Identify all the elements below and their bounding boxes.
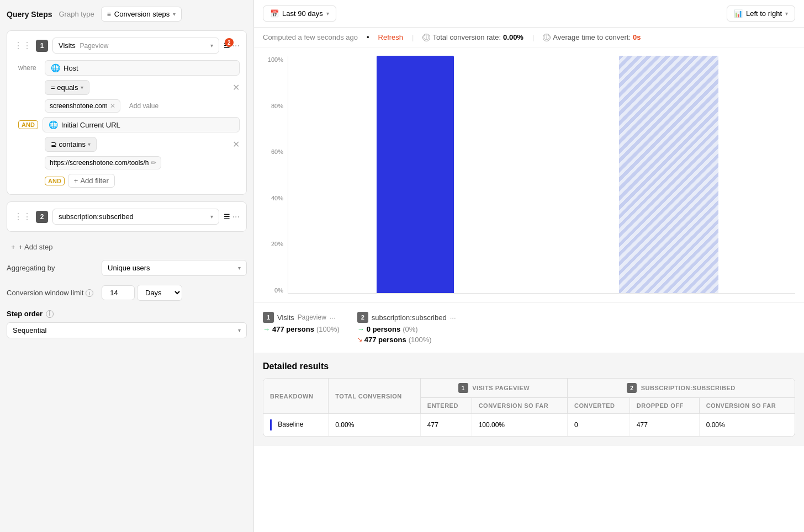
filter-property-host[interactable]: 🌐 Host xyxy=(45,60,240,76)
filter-value-row-1: screenshotone.com ✕ Add value xyxy=(45,99,240,113)
step-2-select[interactable]: subscription:subscribed ▾ xyxy=(52,209,219,225)
step-order-select[interactable]: Sequential ▾ xyxy=(7,322,247,338)
filter-value-remove-1[interactable]: ✕ xyxy=(110,102,115,110)
step-1-header: ⋮⋮ 1 Visits Pageview ▾ ☰ 2 ··· xyxy=(14,38,240,54)
filter-icon-btn-1[interactable]: ☰ 2 xyxy=(224,41,230,50)
right-panel: 📅 Last 90 days ▾ 📊 Left to right ▾ Compu… xyxy=(254,0,804,532)
results-table: BREAKDOWN TOTAL CONVERSION 1 VISITS PAGE… xyxy=(263,378,795,437)
query-steps-title: Query Steps xyxy=(7,10,52,19)
y-label-40: 40% xyxy=(271,195,283,201)
more-btn-1[interactable]: ··· xyxy=(232,41,240,51)
add-step-label: + Add step xyxy=(19,243,53,251)
arrow-green-1: → xyxy=(263,325,270,333)
add-filter-label: Add filter xyxy=(80,177,108,185)
legend-stat-1-converted: → 477 persons (100%) xyxy=(263,325,340,333)
filter-operator-row-1: = equals ▾ ✕ xyxy=(45,80,240,95)
operator-value-1: = equals xyxy=(51,83,78,92)
bar-2 xyxy=(619,56,718,293)
aggregating-select[interactable]: Unique users ▾ xyxy=(102,260,247,276)
edit-icon-2[interactable]: ✏ xyxy=(151,159,156,167)
legend-count-1: 477 persons xyxy=(272,325,314,333)
filter-value-tag-2: https://screenshotone.com/tools/h ✏ xyxy=(45,156,161,169)
cell-dropped-off: 477 xyxy=(630,414,699,437)
cell-converted: 0 xyxy=(568,414,630,437)
step-order-title: Step order i xyxy=(7,310,247,318)
chevron-down-icon: ▾ xyxy=(173,11,176,17)
operator-chevron-2: ▾ xyxy=(88,141,91,147)
where-row-1: where 🌐 Host xyxy=(18,60,240,76)
results-table-inner: BREAKDOWN TOTAL CONVERSION 1 VISITS PAGE… xyxy=(263,379,795,437)
step-1-event-name: Visits xyxy=(59,41,76,50)
legend-stat-2-converted: → 0 persons (0%) xyxy=(357,325,456,333)
chart-bars-area xyxy=(288,56,795,294)
baseline-indicator xyxy=(270,419,272,430)
col-conversion-so-far-1: CONVERSION SO FAR xyxy=(472,398,567,414)
step-order-section: Step order i Sequential ▾ xyxy=(7,310,247,338)
step1-name-header: VISITS PAGEVIEW xyxy=(472,385,530,391)
property-icon-url: 🌐 xyxy=(49,120,58,129)
legend-pct-1: (100%) xyxy=(316,325,340,333)
step-order-info[interactable]: i xyxy=(46,310,54,318)
date-range-btn[interactable]: 📅 Last 90 days ▾ xyxy=(263,6,336,22)
drag-handle-2[interactable]: ⋮⋮ xyxy=(14,211,31,222)
bar-group-1 xyxy=(288,56,542,293)
aggregating-chevron: ▾ xyxy=(238,265,241,271)
col-group-step2: 2 SUBSCRIPTION:SUBSCRIBED xyxy=(568,379,795,398)
arrow-red-2: ↘ xyxy=(357,336,362,343)
legend-stat-2-dropped: ↘ 477 persons (100%) xyxy=(357,336,456,344)
refresh-link[interactable]: Refresh xyxy=(378,33,404,41)
direction-btn[interactable]: 📊 Left to right ▾ xyxy=(727,6,795,22)
remove-filter-1[interactable]: ✕ xyxy=(232,82,240,93)
legend-sub-1: Pageview xyxy=(298,313,326,321)
legend-num-2: 2 xyxy=(357,312,368,323)
remove-filter-2[interactable]: ✕ xyxy=(232,139,240,150)
property-name-url: Initial Current URL xyxy=(61,121,120,129)
graph-type-dropdown[interactable]: ≡ Conversion steps ▾ xyxy=(101,7,182,22)
left-panel: Query Steps Graph type ≡ Conversion step… xyxy=(0,0,254,532)
avg-time-metric: ⓘ Average time to convert: 0s xyxy=(543,33,641,41)
conversion-window-unit[interactable]: Days Hours Weeks xyxy=(137,285,182,301)
operator-dropdown-1[interactable]: = equals ▾ xyxy=(45,80,89,95)
step-2-chevron: ▾ xyxy=(210,214,213,220)
filter-section-1: where 🌐 Host = equals ▾ ✕ screenshotone.… xyxy=(14,60,240,188)
total-conversion-info-icon[interactable]: ⓘ xyxy=(422,34,430,41)
step-1-select[interactable]: Visits Pageview ▾ xyxy=(52,38,219,54)
legend-header-1: 1 Visits Pageview ··· xyxy=(263,312,340,323)
and-badge-add: AND xyxy=(45,177,65,185)
legend-dots-2[interactable]: ··· xyxy=(450,313,456,322)
legend-item-2: 2 subscription:subscribed ··· → 0 person… xyxy=(357,312,456,344)
step-2-event-name: subscription:subscribed xyxy=(59,212,134,221)
step-1-actions: ☰ 2 ··· xyxy=(224,41,240,51)
add-filter-btn[interactable]: + Add filter xyxy=(68,174,115,188)
filter-icon-2[interactable]: ☰ xyxy=(224,212,230,221)
operator-value-2: ⊇ contains xyxy=(51,140,86,148)
legend-name-1: Visits xyxy=(277,313,294,322)
total-conversion-value: 0.00% xyxy=(503,33,523,41)
legend-dots-1[interactable]: ··· xyxy=(330,313,336,322)
avg-time-info-icon[interactable]: ⓘ xyxy=(543,34,551,41)
property-name-host: Host xyxy=(64,64,78,72)
conversion-window-number[interactable] xyxy=(102,285,135,300)
drag-handle-1[interactable]: ⋮⋮ xyxy=(14,40,31,51)
col-dropped-off: DROPPED OFF xyxy=(630,398,699,414)
calendar-icon: 📅 xyxy=(270,9,279,18)
direction-value: Left to right xyxy=(746,9,782,18)
cell-entered: 477 xyxy=(420,414,472,437)
step-1-chevron: ▾ xyxy=(210,42,213,49)
conversion-window-row: Conversion window limit i Days Hours Wee… xyxy=(7,285,247,301)
chart-y-axis: 100% 80% 60% 40% 20% 0% xyxy=(263,56,288,294)
col-breakdown: BREAKDOWN xyxy=(263,379,329,414)
conversion-window-info[interactable]: i xyxy=(86,289,93,297)
operator-dropdown-2[interactable]: ⊇ contains ▾ xyxy=(45,137,97,152)
date-range-chevron: ▾ xyxy=(326,10,329,17)
cell-conversion-so-far-2: 0.00% xyxy=(699,414,795,437)
add-filter-plus: + xyxy=(74,177,78,185)
filter-property-url[interactable]: 🌐 Initial Current URL xyxy=(43,117,240,132)
add-value-btn-1[interactable]: Add value xyxy=(125,100,163,112)
more-btn-2[interactable]: ··· xyxy=(232,212,240,222)
cell-breakdown: Baseline xyxy=(263,414,329,437)
add-step-btn[interactable]: + + Add step xyxy=(7,238,247,256)
meta-divider-2: | xyxy=(532,33,534,41)
step-2-header: ⋮⋮ 2 subscription:subscribed ▾ ☰ ··· xyxy=(14,209,240,225)
aggregating-value: Unique users xyxy=(108,264,150,272)
